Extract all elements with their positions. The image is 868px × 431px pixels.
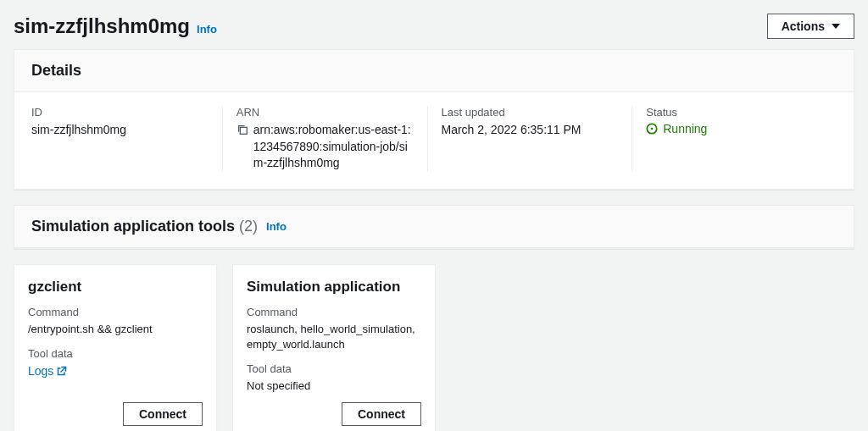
- tools-info-link[interactable]: Info: [266, 220, 287, 233]
- tooldata-label: Tool data: [28, 347, 203, 360]
- updated-value: March 2, 2022 6:35:11 PM: [442, 122, 619, 139]
- info-link[interactable]: Info: [197, 23, 217, 36]
- id-value: sim-zzfjlhshm0mg: [31, 122, 209, 139]
- status-label: Status: [646, 106, 823, 119]
- details-panel: Details ID sim-zzfjlhshm0mg ARN arn:aws:…: [14, 49, 854, 190]
- tool-title: gzclient: [28, 279, 203, 296]
- copy-icon[interactable]: [236, 124, 248, 139]
- actions-button[interactable]: Actions: [767, 14, 854, 39]
- tool-title: Simulation application: [247, 279, 421, 296]
- command-label: Command: [247, 306, 421, 318]
- tooldata-label: Tool data: [247, 362, 421, 375]
- arn-value: arn:aws:robomaker:us-east-1:1234567890:s…: [253, 122, 414, 172]
- tool-card-simapp: Simulation application Command roslaunch…: [232, 264, 436, 431]
- status-running-icon: [646, 123, 658, 135]
- svg-rect-0: [240, 127, 247, 134]
- status-text: Running: [663, 122, 707, 135]
- tools-heading: Simulation application tools (2): [31, 218, 258, 235]
- external-link-icon: [57, 366, 67, 376]
- actions-button-label: Actions: [782, 19, 825, 33]
- tool-card-gzclient: gzclient Command /entrypoint.sh && gzcli…: [14, 264, 217, 431]
- id-label: ID: [31, 106, 209, 119]
- connect-button[interactable]: Connect: [342, 402, 421, 426]
- command-value: roslaunch, hello_world_simulation, empty…: [247, 322, 421, 352]
- tools-heading-text: Simulation application tools: [31, 218, 235, 235]
- page-title: sim-zzfjlhshm0mg: [14, 14, 190, 38]
- logs-link-text: Logs: [28, 364, 53, 378]
- arn-label: ARN: [236, 106, 414, 119]
- tooldata-value: Not specified: [247, 379, 421, 394]
- command-label: Command: [28, 306, 203, 318]
- tools-count: (2): [239, 218, 258, 235]
- caret-down-icon: [832, 24, 840, 29]
- tools-panel: Simulation application tools (2) Info: [14, 205, 854, 249]
- command-value: /entrypoint.sh && gzclient: [28, 322, 203, 337]
- connect-button[interactable]: Connect: [123, 402, 203, 426]
- logs-link[interactable]: Logs: [28, 364, 67, 378]
- status-value: Running: [646, 122, 823, 135]
- svg-point-2: [651, 128, 654, 130]
- details-heading: Details: [31, 62, 81, 80]
- updated-label: Last updated: [442, 106, 619, 119]
